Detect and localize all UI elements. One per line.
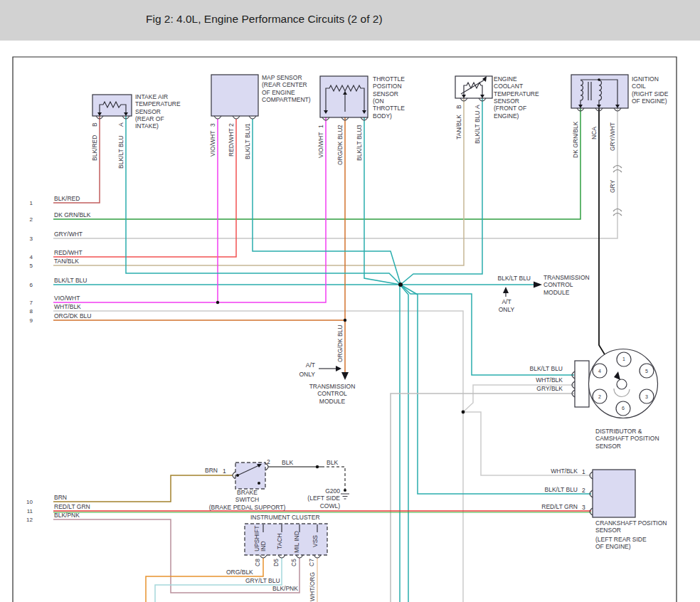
label-components-crank_sensor-lines-2: (LEFT REAR SIDE	[595, 536, 647, 543]
brake-switch-box	[235, 463, 265, 489]
label-components-distributor-cap_positions-0: 1	[620, 356, 628, 363]
pin-connector-arc	[233, 116, 240, 119]
wiring-diagram-svg	[0, 0, 700, 602]
label-components-distributor-lines-2: SENSOR	[595, 443, 621, 450]
label-components-brake_switch-pins-0: 1	[223, 468, 228, 475]
label-components-tcm_right-lines-2: MODULE	[543, 289, 569, 296]
label-components-distributor-conn_wires-0: BLK/LT BLU	[492, 365, 563, 372]
label-rows-0-label: BLK/RED	[54, 195, 80, 202]
label-components-iat_sensor-lines-0: INTAKE AIR	[135, 93, 168, 100]
label-components-tcm_right-lines-1: CONTROL	[543, 281, 573, 288]
wire-blk-26	[322, 467, 345, 489]
label-components-brake_switch-wire_in: BRN	[205, 467, 218, 474]
ect-sensor-box	[455, 76, 492, 98]
junction-dot	[398, 282, 403, 287]
label-components-tps-lines-2: SENSOR	[373, 90, 398, 97]
label-components-crank_sensor-wires-1: BLK/LT BLU	[507, 486, 578, 493]
label-components-map_sensor-lines-1: (REAR CENTER	[262, 81, 307, 88]
label-components-brake_switch-pins-1: 2	[267, 458, 272, 465]
label-components-crank_sensor-lines-1: SENSOR	[595, 527, 621, 534]
label-components-crank_sensor-wires-2: RED/LT GRN	[507, 503, 578, 510]
label-components-distributor-conn_wires-1: WHT/BLK	[492, 376, 563, 384]
label-components-cluster-signals-2: TACH	[276, 533, 283, 549]
label-components-tcm_bottom-lines-1: CONTROL	[304, 390, 361, 397]
label-components-distributor-cap_positions-4: 3	[642, 394, 651, 401]
arrowhead	[336, 366, 341, 371]
label-rows-4-label: TAN/BLK	[54, 258, 79, 265]
label-components-brake_switch-wire_out: BLK	[282, 459, 293, 466]
junction-dot	[236, 474, 239, 477]
junction-dot	[216, 301, 219, 304]
label-components-distributor-cap_positions-3: 2	[595, 394, 604, 401]
label-components-ignition_coil-wires-2: GRY/WHT	[609, 122, 616, 151]
label-components-iat_sensor-pins-0: B	[91, 122, 98, 127]
label-components-tcm_bottom-wire: ORG/DK BLU	[336, 325, 344, 362]
label-rows-11-label: BLK/PNK	[54, 512, 80, 519]
label-components-ect-lines-5: ENGINE)	[494, 112, 519, 120]
label-components-cluster-signals-1: IND	[260, 541, 267, 551]
label-rows-8-num: 9	[20, 317, 33, 324]
arrowhead	[534, 282, 542, 288]
label-components-crank_sensor-lines-0: CRANKSHAFT POSITION	[595, 519, 667, 527]
label-components-tps-pins-0: 1	[317, 125, 324, 128]
label-components-ignition_coil-lines-0: IGNITION	[632, 75, 659, 83]
pin-connector-arc	[214, 116, 221, 119]
label-components-tcm_bottom-note-0: A/T	[294, 361, 315, 369]
label-components-tps-lines-5: BODY)	[373, 112, 392, 120]
label-rows-7-num: 8	[20, 308, 33, 315]
label-components-distributor-lines-1: CAMSHAFT POSITION	[595, 435, 659, 442]
label-components-tcm_bottom-note-1: ONLY	[294, 371, 315, 378]
label-components-tcm_right-wire: BLK/LT BLU	[487, 275, 531, 282]
label-components-map_sensor-lines-3: COMPARTMENT)	[262, 96, 311, 103]
distributor-connector	[575, 361, 589, 407]
wire-blk-lt-blu-11	[253, 119, 401, 284]
wire-blk-lt-blu-14	[401, 98, 482, 285]
label-components-tps-wires-2: BLK/LT BLU	[356, 128, 363, 161]
wire-tan-blk-4	[53, 98, 464, 265]
label-rows-9-label: BRN	[54, 494, 67, 501]
label-rows-8-label: ORG/DK BLU	[54, 312, 91, 320]
arrowhead	[503, 287, 509, 293]
label-components-ect-lines-1: COOLANT	[494, 83, 523, 90]
label-components-map_sensor-lines-0: MAP SENSOR	[262, 74, 302, 81]
label-components-ground-lines-2: COWL)	[299, 502, 340, 509]
label-components-map_sensor-wires-1: RED/WHT	[228, 128, 235, 157]
label-components-ect-lines-4: (FRONT OF	[494, 105, 526, 112]
screenshot-root: { "title": "Fig 2: 4.0L, Engine Performa…	[0, 0, 700, 602]
label-components-map_sensor-lines-2: OF ENGINE	[262, 89, 295, 96]
label-components-cluster-title: INSTRUMENT CLUSTER	[250, 514, 320, 521]
label-components-cluster-wires-0: ORG/BLK	[226, 569, 253, 576]
label-components-cluster-signals-3: MIL IND	[293, 531, 300, 553]
label-components-ect-wires-0: TAN/BLK	[455, 115, 462, 139]
label-components-iat_sensor-pins-1: A	[117, 122, 124, 127]
label-components-tps-lines-4: THROTTLE	[373, 105, 405, 112]
label-components-map_sensor-pins-1: 2	[228, 123, 235, 127]
label-components-distributor-conn_wires-2: GRY/BLK	[492, 385, 563, 392]
label-components-ect-wires-1: BLK/LT BLU	[474, 111, 481, 144]
label-components-ect-lines-3: SENSOR	[494, 97, 519, 105]
label-components-tps-lines-3: (ON	[373, 97, 384, 105]
label-rows-0-num: 1	[20, 200, 33, 207]
label-components-ground-lines-0: G200	[299, 487, 340, 495]
label-components-crank_sensor-wires-0: WHT/BLK	[507, 468, 578, 475]
label-components-ground-wire: BLK	[327, 459, 338, 466]
label-components-tcm_bottom-lines-2: MODULE	[304, 398, 361, 405]
label-components-iat_sensor-lines-2: SENSOR	[135, 108, 161, 115]
label-rows-9-num: 10	[20, 499, 33, 506]
label-components-iat_sensor-wires-0: BLK/RED	[91, 135, 98, 161]
label-components-crank_sensor-pins-2: 3	[582, 504, 589, 511]
label-rows-6-num: 7	[20, 300, 33, 307]
label-components-ignition_coil-wires-1: NCA	[590, 127, 598, 139]
junction-dot	[598, 78, 600, 81]
label-rows-6-label: VIO/WHT	[54, 295, 80, 302]
wire-blk-lt-blu-13	[364, 117, 401, 285]
crank-sensor-box	[593, 470, 635, 517]
label-rows-10-num: 11	[20, 508, 33, 515]
label-components-brake_switch-lines-2: (BRAKE PEDAL SUPPORT)	[199, 504, 295, 511]
map-sensor-box	[211, 75, 258, 116]
label-components-iat_sensor-lines-4: INTAKE)	[135, 122, 159, 130]
label-components-tcm_right-lines-0: TRANSMISSION	[543, 274, 590, 281]
label-components-ect-lines-0: ENGINE	[494, 75, 517, 83]
label-rows-4-num: 5	[20, 263, 33, 270]
label-components-map_sensor-wires-0: VIO/WHT	[209, 131, 216, 157]
